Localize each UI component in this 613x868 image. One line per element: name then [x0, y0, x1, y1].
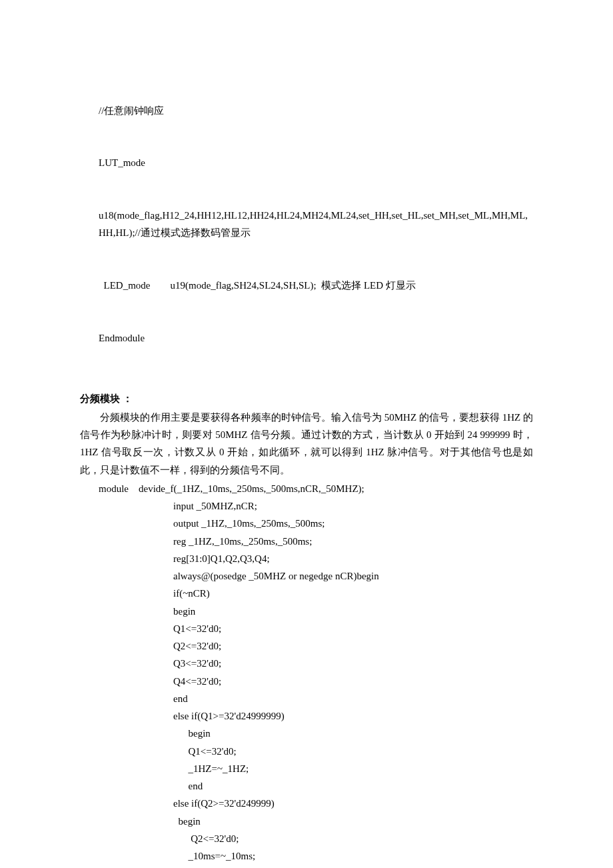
- code-line: //任意闹钟响应: [99, 102, 533, 119]
- code-block-2-body: input _50MHZ,nCR; output _1HZ,_10ms,_250…: [173, 497, 533, 868]
- code-line: LED_mode u19(mode_flag,SH24,SL24,SH,SL);…: [99, 277, 533, 294]
- section-heading-divider: 分频模块 ：: [80, 390, 533, 407]
- code-line: Endmodule: [99, 329, 533, 347]
- paragraph-divider-description: 分频模块的作用主要是要获得各种频率的时钟信号。输入信号为 50MHZ 的信号，要…: [80, 409, 533, 479]
- code-line: u18(mode_flag,H12_24,HH12,HL12,HH24,HL24…: [99, 207, 533, 242]
- document-page: //任意闹钟响应 LUT_mode u18(mode_flag,H12_24,H…: [0, 0, 613, 868]
- code-line: LUT_mode: [99, 154, 533, 171]
- code-line-module-decl: module devide_f(_1HZ,_10ms,_250ms,_500ms…: [99, 480, 533, 497]
- code-block-1: //任意闹钟响应 LUT_mode u18(mode_flag,H12_24,H…: [99, 67, 533, 382]
